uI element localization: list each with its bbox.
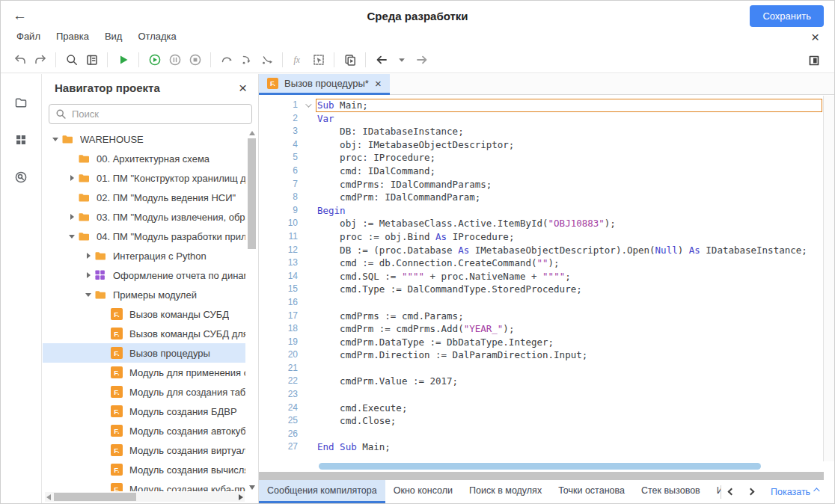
step-over-button[interactable]	[216, 50, 236, 70]
code-line[interactable]: 24 cmd.Execute;	[259, 402, 823, 415]
code-line[interactable]: 18 cmdPrm := cmdPrms.Add("YEAR_");	[259, 322, 823, 336]
step-out-button[interactable]	[257, 50, 277, 70]
tree-item[interactable]: F.Вызов команды СУБД для изменен	[43, 324, 245, 343]
show-panel-link[interactable]: Показать	[771, 487, 818, 497]
tree-item[interactable]: WAREHOUSE	[43, 129, 245, 149]
code-line[interactable]: 14 cmd.SQL := """" + proc.NativeName + "…	[259, 270, 823, 283]
line-number[interactable]: 27	[259, 440, 298, 454]
line-number[interactable]: 7	[259, 178, 298, 191]
scroll-up-icon[interactable]	[249, 131, 255, 135]
tree-expander-icon[interactable]	[67, 175, 77, 181]
line-number[interactable]: 26	[259, 428, 298, 441]
tabs-prev-button[interactable]	[721, 480, 741, 503]
code-line[interactable]: 1Sub Main;	[259, 99, 823, 112]
line-number[interactable]: 15	[259, 283, 298, 296]
line-number[interactable]: 11	[259, 230, 298, 244]
tree-item[interactable]: Интеграция с Python	[43, 246, 245, 265]
search-input[interactable]	[72, 108, 245, 120]
line-number[interactable]: 1	[259, 99, 298, 112]
line-number[interactable]: 22	[259, 375, 298, 388]
tree-expander-icon[interactable]	[67, 235, 77, 239]
scroll-down-icon[interactable]	[249, 485, 255, 490]
tree-item[interactable]: Оформление отчета по динамике спи	[43, 265, 245, 285]
code-line[interactable]: 19 cmdPrm.DataType := DbDataType.Integer…	[259, 336, 823, 349]
tree-item-selected[interactable]: F.Вызов процедуры	[43, 343, 245, 363]
tree-item[interactable]: F.Модуль для создания таблицы	[43, 382, 245, 402]
run-button[interactable]	[113, 50, 133, 70]
tree-item[interactable]: F.Модуль создания вычисляемого ку	[43, 460, 245, 479]
line-number[interactable]: 23	[259, 388, 298, 402]
panel-toggle-button[interactable]	[804, 50, 824, 70]
code-line[interactable]: 2Var	[259, 112, 823, 126]
sidebar-vscroll-thumb[interactable]	[248, 138, 256, 249]
debug-pause-button[interactable]	[165, 50, 185, 70]
tree-expander-icon[interactable]	[83, 272, 94, 278]
code-line[interactable]: 16	[259, 296, 823, 310]
step-into-button[interactable]	[236, 50, 257, 70]
code-line[interactable]: 15 cmd.Type := DalCommandType.StoredProc…	[259, 283, 823, 296]
line-number[interactable]: 20	[259, 348, 298, 362]
tree-item[interactable]: 01. ПМ "Конструктор хранилищ данных"	[43, 168, 245, 188]
nav-dropdown-button[interactable]	[391, 50, 412, 70]
line-number[interactable]: 3	[259, 125, 298, 138]
line-number[interactable]: 8	[259, 191, 298, 204]
rail-components-button[interactable]	[12, 131, 30, 149]
code-line[interactable]: 4 obj: IMetabaseObjectDescriptor;	[259, 138, 823, 152]
line-number[interactable]: 10	[259, 217, 298, 230]
code-line[interactable]: 26	[259, 428, 823, 441]
sidebar-hscroll-thumb[interactable]	[54, 493, 136, 501]
tree-item[interactable]: F.Вызов команды СУБД	[43, 304, 245, 324]
line-number[interactable]: 14	[259, 270, 298, 283]
line-number[interactable]: 21	[259, 362, 298, 375]
nav-back-button[interactable]	[371, 50, 391, 70]
line-number[interactable]: 17	[259, 310, 298, 323]
code-line[interactable]: 17 cmdPrms := cmd.Params;	[259, 310, 823, 323]
line-number[interactable]: 5	[259, 151, 298, 165]
fold-toggle[interactable]	[298, 99, 317, 112]
code-line[interactable]: 27End Sub Main;	[259, 440, 823, 454]
tabs-next-button[interactable]	[741, 480, 760, 503]
line-number[interactable]: 2	[259, 112, 298, 126]
line-number[interactable]: 6	[259, 165, 298, 178]
tree-item[interactable]: 02. ПМ "Модуль ведения НСИ"	[43, 188, 245, 207]
tree-expander-icon[interactable]	[67, 214, 77, 220]
editor-hscroll-thumb[interactable]	[319, 463, 761, 470]
code-line[interactable]: 20 cmdPrm.Direction := DalParamDirection…	[259, 348, 823, 362]
line-number[interactable]: 4	[259, 138, 298, 152]
code-line[interactable]: 6 cmd: IDalCommand;	[259, 165, 823, 178]
rail-object-search-button[interactable]	[12, 168, 30, 186]
menu-item-вид[interactable]: Вид	[105, 31, 123, 42]
menu-item-правка[interactable]: Правка	[56, 31, 89, 42]
tree-expander-icon[interactable]	[83, 293, 94, 297]
sidebar-horizontal-scrollbar[interactable]	[45, 492, 245, 502]
bottom-tab[interactable]: Поиск в модулях	[461, 480, 550, 503]
code-line[interactable]: 12 DB := (proc.Database As IMetabaseObje…	[259, 244, 823, 257]
bottom-tab[interactable]: Инспектор з	[709, 480, 721, 503]
search-button[interactable]	[61, 50, 82, 70]
menu-item-отладка[interactable]: Отладка	[138, 31, 176, 42]
code-editor[interactable]: 1Sub Main;2Var3 DB: IDatabaseInstance;4 …	[259, 96, 823, 461]
line-number[interactable]: 13	[259, 256, 298, 270]
tree-item[interactable]: Примеры модулей	[43, 285, 245, 304]
tree-expander-icon[interactable]	[50, 138, 61, 141]
line-number[interactable]: 16	[259, 296, 298, 310]
tree-item[interactable]: 04. ПМ "Модуль разработки приложений"	[43, 227, 245, 246]
code-line[interactable]: 8 cmdPrm: IDalCommandParam;	[259, 191, 823, 204]
tree-expander-icon[interactable]	[83, 253, 94, 259]
bottom-tab[interactable]: Точки останова	[550, 480, 633, 503]
code-line[interactable]: 25 cmd.Close;	[259, 414, 823, 428]
tree-item[interactable]: F.Модуль создания БДВР	[43, 402, 245, 421]
run-selection-button[interactable]	[340, 50, 360, 70]
tab-close-icon[interactable]: ×	[375, 78, 382, 89]
fx-button[interactable]: fx	[288, 50, 308, 70]
panel-splitter[interactable]	[259, 472, 824, 480]
outline-button[interactable]	[82, 50, 102, 70]
code-line[interactable]: 7 cmdPrms: IDalCommandParams;	[259, 178, 823, 191]
debug-stop-button[interactable]	[185, 50, 205, 70]
line-number[interactable]: 25	[259, 414, 298, 428]
save-button[interactable]: Сохранить	[750, 5, 824, 27]
code-line[interactable]: 23	[259, 388, 823, 402]
code-line[interactable]: 13 cmd := db.Connection.CreateCommand(""…	[259, 256, 823, 270]
tree-item[interactable]: 03. ПМ "Модуль извлечения, обработки	[43, 207, 245, 227]
code-line[interactable]: 11 proc := obj.Bind As IProcedure;	[259, 230, 823, 244]
